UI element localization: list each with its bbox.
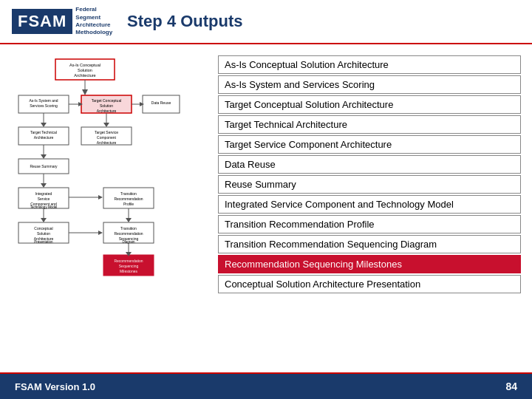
list-item-target-service: Target Service Component Architecture <box>218 135 521 154</box>
list-item-integrated-service: Integrated Service Component and Technol… <box>218 195 521 214</box>
list-item-transition-recommendation: Transition Recommendation Profile <box>218 215 521 233</box>
diagram-svg: As-Is Conceptual Solution Architecture A… <box>11 55 200 344</box>
footer: FSAM Version 1.0 84 <box>0 372 532 399</box>
logo-box: FSAM FederalSegmentArchitectureMethodolo… <box>12 6 112 37</box>
svg-marker-22 <box>103 123 109 127</box>
list-item-as-is-system: As-Is System and Services Scoring <box>218 75 521 94</box>
svg-text:Service: Service <box>38 197 50 201</box>
svg-text:Sequencing: Sequencing <box>119 264 139 268</box>
list-area: As-Is Conceptual Solution ArchitectureAs… <box>207 52 525 372</box>
svg-text:Conceptual: Conceptual <box>34 226 52 231</box>
svg-marker-68 <box>98 231 103 235</box>
logo-text: FederalSegmentArchitectureMethodology <box>75 6 112 37</box>
svg-text:Recommendation: Recommendation <box>114 197 143 201</box>
svg-text:Target Conceptual: Target Conceptual <box>92 98 122 103</box>
svg-text:Solution: Solution <box>100 103 113 108</box>
svg-text:Transition: Transition <box>120 226 137 231</box>
svg-text:Target Technical: Target Technical <box>30 130 57 134</box>
svg-text:Data Reuse: Data Reuse <box>151 100 171 105</box>
svg-text:Architecture: Architecture <box>34 135 54 140</box>
list-item-transition-sequencing: Transition Recommendation Sequencing Dia… <box>218 235 521 253</box>
svg-text:Profile: Profile <box>123 202 134 206</box>
footer-page: 84 <box>505 381 517 392</box>
svg-marker-48 <box>41 218 47 222</box>
svg-text:As-Is System and: As-Is System and <box>29 98 58 103</box>
list-item-as-is-conceptual: As-Is Conceptual Solution Architecture <box>218 55 521 74</box>
svg-marker-42 <box>98 195 103 200</box>
svg-text:Recommendation: Recommendation <box>114 259 143 263</box>
logo-fsam: FSAM <box>12 9 72 34</box>
svg-text:Target Service: Target Service <box>95 130 118 134</box>
svg-text:Integrated: Integrated <box>35 191 52 196</box>
main-content: As-Is Conceptual Solution Architecture A… <box>0 44 532 372</box>
list-item-target-technical: Target Technical Architecture <box>218 115 521 134</box>
svg-text:Architecture: Architecture <box>74 73 95 78</box>
svg-text:Solution: Solution <box>37 231 50 236</box>
svg-text:Presentation: Presentation <box>34 240 53 244</box>
svg-text:Milestones: Milestones <box>120 269 137 273</box>
svg-text:Solution: Solution <box>78 68 92 72</box>
header: FSAM FederalSegmentArchitectureMethodolo… <box>0 0 532 44</box>
svg-text:As-Is Conceptual: As-Is Conceptual <box>69 63 100 67</box>
svg-marker-31 <box>41 154 47 159</box>
list-item-recommendation-milestones: Recommendation Sequencing Milestones <box>218 255 521 273</box>
svg-marker-35 <box>41 183 47 188</box>
svg-marker-50 <box>126 218 132 222</box>
svg-marker-5 <box>82 89 88 95</box>
diagram-area: As-Is Conceptual Solution Architecture A… <box>7 52 200 372</box>
svg-text:Component: Component <box>97 135 116 140</box>
footer-version: FSAM Version 1.0 <box>15 381 95 392</box>
list-item-data-reuse: Data Reuse <box>218 155 521 174</box>
page-title: Step 4 Outputs <box>127 12 242 31</box>
svg-marker-20 <box>41 123 47 127</box>
svg-text:Architecture: Architecture <box>97 109 117 113</box>
list-item-target-conceptual: Target Conceptual Solution Architecture <box>218 95 521 114</box>
svg-text:Reuse Summary: Reuse Summary <box>30 164 58 168</box>
list-item-reuse-summary: Reuse Summary <box>218 175 521 194</box>
svg-text:Services Scoring: Services Scoring <box>30 103 58 108</box>
svg-text:Recommendation: Recommendation <box>114 231 143 236</box>
list-item-conceptual-presentation: Conceptual Solution Architecture Present… <box>218 275 521 293</box>
svg-text:Transition: Transition <box>120 191 137 196</box>
svg-text:Architecture: Architecture <box>97 140 117 145</box>
